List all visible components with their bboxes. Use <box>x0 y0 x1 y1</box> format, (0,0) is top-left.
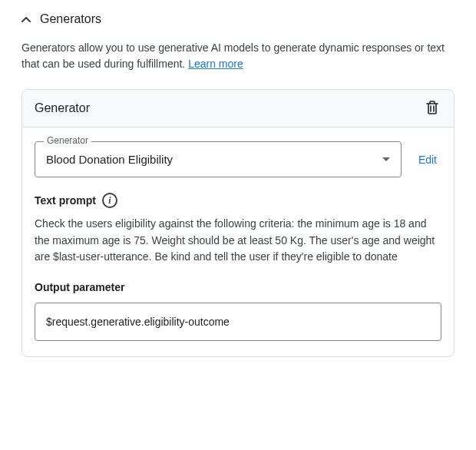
text-prompt-label-row: Text prompt i <box>35 193 441 208</box>
info-icon[interactable]: i <box>102 193 117 208</box>
trash-icon <box>425 100 439 117</box>
card-header-title: Generator <box>35 101 90 115</box>
generator-select-value: Blood Donation Eligibility <box>46 153 173 166</box>
output-parameter-input[interactable] <box>35 303 441 341</box>
chevron-down-icon <box>382 155 390 164</box>
generator-card: Generator Generator Blood Donation Eligi… <box>21 89 455 357</box>
generator-select[interactable]: Blood Donation Eligibility <box>35 141 402 177</box>
generator-select-row: Generator Blood Donation Eligibility Edi… <box>35 141 441 177</box>
card-header: Generator <box>22 90 454 127</box>
section-header[interactable]: Generators <box>21 9 455 26</box>
learn-more-link[interactable]: Learn more <box>188 58 243 70</box>
section-description: Generators allow you to use generative A… <box>21 40 455 72</box>
generator-select-label: Generator <box>44 135 91 146</box>
chevron-up-icon <box>21 15 31 24</box>
edit-link[interactable]: Edit <box>418 154 441 166</box>
delete-button[interactable] <box>423 99 441 117</box>
card-body: Generator Blood Donation Eligibility Edi… <box>22 127 454 356</box>
generator-select-wrap: Generator Blood Donation Eligibility <box>35 141 402 177</box>
section-title: Generators <box>40 12 101 26</box>
text-prompt-content: Check the users eligibility against the … <box>35 216 441 266</box>
output-parameter-label: Output parameter <box>35 281 441 293</box>
text-prompt-label: Text prompt <box>35 194 96 207</box>
